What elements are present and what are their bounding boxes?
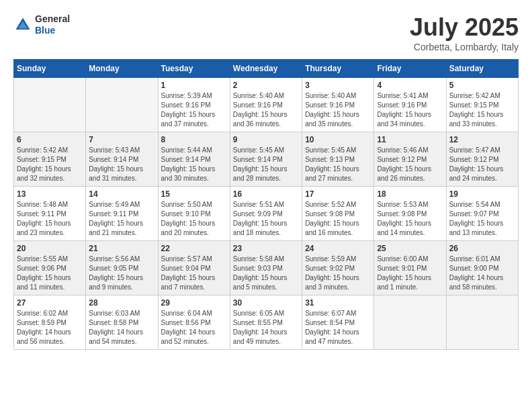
day-cell: 13Sunrise: 5:48 AM Sunset: 9:11 PM Dayli… bbox=[14, 187, 86, 241]
day-headers-row: SundayMondayTuesdayWednesdayThursdayFrid… bbox=[14, 60, 519, 78]
day-cell bbox=[14, 78, 86, 132]
day-cell: 14Sunrise: 5:49 AM Sunset: 9:11 PM Dayli… bbox=[86, 187, 158, 241]
day-number: 19 bbox=[449, 189, 515, 199]
day-cell: 9Sunrise: 5:45 AM Sunset: 9:14 PM Daylig… bbox=[230, 132, 302, 187]
logo: General Blue bbox=[13, 13, 70, 36]
day-cell: 29Sunrise: 6:04 AM Sunset: 8:56 PM Dayli… bbox=[158, 295, 230, 350]
day-number: 13 bbox=[17, 189, 83, 199]
week-row-2: 6Sunrise: 5:42 AM Sunset: 9:15 PM Daylig… bbox=[14, 132, 519, 187]
day-cell: 12Sunrise: 5:47 AM Sunset: 9:12 PM Dayli… bbox=[446, 132, 518, 187]
day-cell: 10Sunrise: 5:45 AM Sunset: 9:13 PM Dayli… bbox=[302, 132, 374, 187]
day-cell: 28Sunrise: 6:03 AM Sunset: 8:58 PM Dayli… bbox=[86, 295, 158, 350]
day-header-wednesday: Wednesday bbox=[230, 60, 302, 78]
day-number: 9 bbox=[233, 135, 299, 144]
day-number: 17 bbox=[305, 189, 371, 199]
day-number: 24 bbox=[305, 244, 371, 253]
logo-text: General Blue bbox=[35, 13, 70, 36]
day-number: 16 bbox=[233, 189, 299, 199]
day-cell: 18Sunrise: 5:53 AM Sunset: 9:08 PM Dayli… bbox=[374, 187, 446, 241]
day-header-tuesday: Tuesday bbox=[158, 60, 230, 78]
day-number: 26 bbox=[449, 244, 515, 253]
day-info: Sunrise: 5:59 AM Sunset: 9:02 PM Dayligh… bbox=[305, 255, 371, 292]
day-info: Sunrise: 5:50 AM Sunset: 9:10 PM Dayligh… bbox=[161, 200, 227, 238]
day-number: 1 bbox=[161, 81, 227, 90]
day-cell bbox=[374, 295, 446, 350]
day-cell: 5Sunrise: 5:42 AM Sunset: 9:15 PM Daylig… bbox=[446, 78, 518, 132]
day-info: Sunrise: 5:42 AM Sunset: 9:15 PM Dayligh… bbox=[449, 91, 515, 129]
day-info: Sunrise: 5:40 AM Sunset: 9:16 PM Dayligh… bbox=[305, 91, 371, 129]
day-number: 31 bbox=[305, 298, 371, 308]
day-cell: 3Sunrise: 5:40 AM Sunset: 9:16 PM Daylig… bbox=[302, 78, 374, 132]
title-section: July 2025 Corbetta, Lombardy, Italy bbox=[410, 13, 519, 52]
month-title: July 2025 bbox=[410, 13, 519, 42]
day-cell: 31Sunrise: 6:07 AM Sunset: 8:54 PM Dayli… bbox=[302, 295, 374, 350]
day-number: 27 bbox=[17, 298, 83, 308]
day-info: Sunrise: 5:52 AM Sunset: 9:08 PM Dayligh… bbox=[305, 200, 371, 238]
day-info: Sunrise: 5:45 AM Sunset: 9:14 PM Dayligh… bbox=[233, 146, 299, 183]
week-row-4: 20Sunrise: 5:55 AM Sunset: 9:06 PM Dayli… bbox=[14, 241, 519, 295]
day-number: 6 bbox=[17, 135, 83, 144]
day-cell: 20Sunrise: 5:55 AM Sunset: 9:06 PM Dayli… bbox=[14, 241, 86, 295]
day-cell: 19Sunrise: 5:54 AM Sunset: 9:07 PM Dayli… bbox=[446, 187, 518, 241]
day-cell: 15Sunrise: 5:50 AM Sunset: 9:10 PM Dayli… bbox=[158, 187, 230, 241]
day-number: 25 bbox=[377, 244, 443, 253]
day-info: Sunrise: 5:54 AM Sunset: 9:07 PM Dayligh… bbox=[449, 200, 515, 238]
day-info: Sunrise: 5:43 AM Sunset: 9:14 PM Dayligh… bbox=[89, 146, 154, 183]
location: Corbetta, Lombardy, Italy bbox=[410, 42, 519, 52]
day-info: Sunrise: 5:42 AM Sunset: 9:15 PM Dayligh… bbox=[17, 146, 83, 183]
day-number: 20 bbox=[17, 244, 83, 253]
day-number: 5 bbox=[449, 81, 515, 90]
day-info: Sunrise: 5:39 AM Sunset: 9:16 PM Dayligh… bbox=[161, 91, 227, 129]
day-number: 3 bbox=[305, 81, 371, 90]
day-cell: 23Sunrise: 5:58 AM Sunset: 9:03 PM Dayli… bbox=[230, 241, 302, 295]
day-number: 18 bbox=[377, 189, 443, 199]
day-number: 22 bbox=[161, 244, 227, 253]
day-number: 12 bbox=[449, 135, 515, 144]
day-number: 4 bbox=[377, 81, 443, 90]
day-info: Sunrise: 6:03 AM Sunset: 8:58 PM Dayligh… bbox=[89, 309, 154, 347]
day-cell: 16Sunrise: 5:51 AM Sunset: 9:09 PM Dayli… bbox=[230, 187, 302, 241]
calendar-table: SundayMondayTuesdayWednesdayThursdayFrid… bbox=[13, 59, 519, 350]
day-number: 2 bbox=[233, 81, 299, 90]
day-cell: 25Sunrise: 6:00 AM Sunset: 9:01 PM Dayli… bbox=[374, 241, 446, 295]
day-cell bbox=[446, 295, 518, 350]
day-number: 14 bbox=[89, 189, 154, 199]
day-cell: 8Sunrise: 5:44 AM Sunset: 9:14 PM Daylig… bbox=[158, 132, 230, 187]
day-number: 21 bbox=[89, 244, 154, 253]
day-cell: 4Sunrise: 5:41 AM Sunset: 9:16 PM Daylig… bbox=[374, 78, 446, 132]
day-cell: 2Sunrise: 5:40 AM Sunset: 9:16 PM Daylig… bbox=[230, 78, 302, 132]
day-info: Sunrise: 6:07 AM Sunset: 8:54 PM Dayligh… bbox=[305, 309, 371, 347]
logo-general: General bbox=[35, 13, 70, 25]
day-number: 15 bbox=[161, 189, 227, 199]
day-info: Sunrise: 6:04 AM Sunset: 8:56 PM Dayligh… bbox=[161, 309, 227, 347]
calendar-header: SundayMondayTuesdayWednesdayThursdayFrid… bbox=[14, 60, 519, 78]
day-info: Sunrise: 5:44 AM Sunset: 9:14 PM Dayligh… bbox=[161, 146, 227, 183]
day-cell: 11Sunrise: 5:46 AM Sunset: 9:12 PM Dayli… bbox=[374, 132, 446, 187]
day-info: Sunrise: 5:40 AM Sunset: 9:16 PM Dayligh… bbox=[233, 91, 299, 129]
day-info: Sunrise: 5:55 AM Sunset: 9:06 PM Dayligh… bbox=[17, 255, 83, 292]
day-info: Sunrise: 5:57 AM Sunset: 9:04 PM Dayligh… bbox=[161, 255, 227, 292]
day-cell: 21Sunrise: 5:56 AM Sunset: 9:05 PM Dayli… bbox=[86, 241, 158, 295]
day-info: Sunrise: 5:53 AM Sunset: 9:08 PM Dayligh… bbox=[377, 200, 443, 238]
day-info: Sunrise: 5:51 AM Sunset: 9:09 PM Dayligh… bbox=[233, 200, 299, 238]
day-info: Sunrise: 6:02 AM Sunset: 8:59 PM Dayligh… bbox=[17, 309, 83, 347]
day-cell: 27Sunrise: 6:02 AM Sunset: 8:59 PM Dayli… bbox=[14, 295, 86, 350]
week-row-1: 1Sunrise: 5:39 AM Sunset: 9:16 PM Daylig… bbox=[14, 78, 519, 132]
day-number: 8 bbox=[161, 135, 227, 144]
day-header-sunday: Sunday bbox=[14, 60, 86, 78]
day-info: Sunrise: 5:45 AM Sunset: 9:13 PM Dayligh… bbox=[305, 146, 371, 183]
week-row-5: 27Sunrise: 6:02 AM Sunset: 8:59 PM Dayli… bbox=[14, 295, 519, 350]
day-info: Sunrise: 5:41 AM Sunset: 9:16 PM Dayligh… bbox=[377, 91, 443, 129]
day-info: Sunrise: 5:56 AM Sunset: 9:05 PM Dayligh… bbox=[89, 255, 154, 292]
day-number: 28 bbox=[89, 298, 154, 308]
logo-blue: Blue bbox=[35, 25, 70, 36]
day-info: Sunrise: 5:47 AM Sunset: 9:12 PM Dayligh… bbox=[449, 146, 515, 183]
day-number: 30 bbox=[233, 298, 299, 308]
day-cell: 24Sunrise: 5:59 AM Sunset: 9:02 PM Dayli… bbox=[302, 241, 374, 295]
day-cell: 30Sunrise: 6:05 AM Sunset: 8:55 PM Dayli… bbox=[230, 295, 302, 350]
day-info: Sunrise: 6:05 AM Sunset: 8:55 PM Dayligh… bbox=[233, 309, 299, 347]
day-info: Sunrise: 5:49 AM Sunset: 9:11 PM Dayligh… bbox=[89, 200, 154, 238]
day-info: Sunrise: 5:58 AM Sunset: 9:03 PM Dayligh… bbox=[233, 255, 299, 292]
calendar-body: 1Sunrise: 5:39 AM Sunset: 9:16 PM Daylig… bbox=[14, 78, 519, 350]
day-number: 7 bbox=[89, 135, 154, 144]
